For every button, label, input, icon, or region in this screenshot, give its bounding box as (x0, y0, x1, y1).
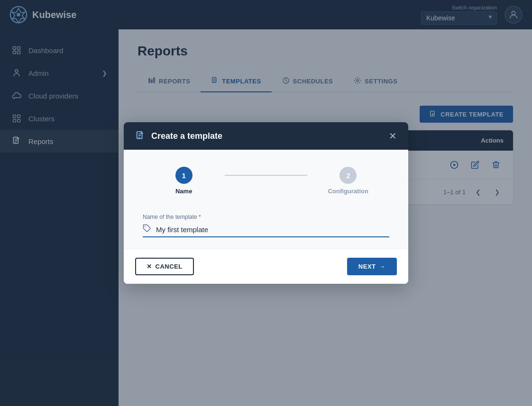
modal-overlay: Create a template ✕ 1 Name 2 Configurati… (0, 0, 532, 406)
modal-footer: ✕ CANCEL NEXT → (124, 249, 408, 284)
step-configuration-circle: 2 (339, 167, 357, 184)
step-name-circle: 1 (175, 167, 193, 184)
modal-close-button[interactable]: ✕ (389, 131, 397, 141)
step-name-label: Name (175, 188, 192, 195)
step-configuration: 2 Configuration (307, 167, 389, 195)
modal-header-title: Create a template (135, 131, 222, 141)
form-group: Name of the template * (143, 214, 389, 237)
cancel-icon: ✕ (147, 263, 152, 270)
cancel-label: CANCEL (156, 263, 183, 270)
label-icon (143, 224, 151, 235)
next-label: NEXT (358, 263, 376, 270)
step-connector (225, 175, 307, 176)
create-template-modal: Create a template ✕ 1 Name 2 Configurati… (124, 122, 408, 284)
step-configuration-label: Configuration (328, 188, 368, 195)
stepper: 1 Name 2 Configuration (143, 167, 389, 195)
cancel-button[interactable]: ✕ CANCEL (135, 258, 194, 275)
modal-header: Create a template ✕ (124, 122, 408, 150)
modal-title: Create a template (151, 131, 222, 141)
template-name-input[interactable] (156, 226, 389, 234)
template-icon (135, 131, 146, 141)
template-name-label: Name of the template * (143, 214, 389, 220)
next-icon: → (379, 263, 386, 270)
template-name-input-wrapper (143, 224, 389, 237)
modal-body: 1 Name 2 Configuration Name of the templ… (124, 150, 408, 249)
step-name: 1 Name (143, 167, 225, 195)
next-button[interactable]: NEXT → (347, 258, 397, 275)
